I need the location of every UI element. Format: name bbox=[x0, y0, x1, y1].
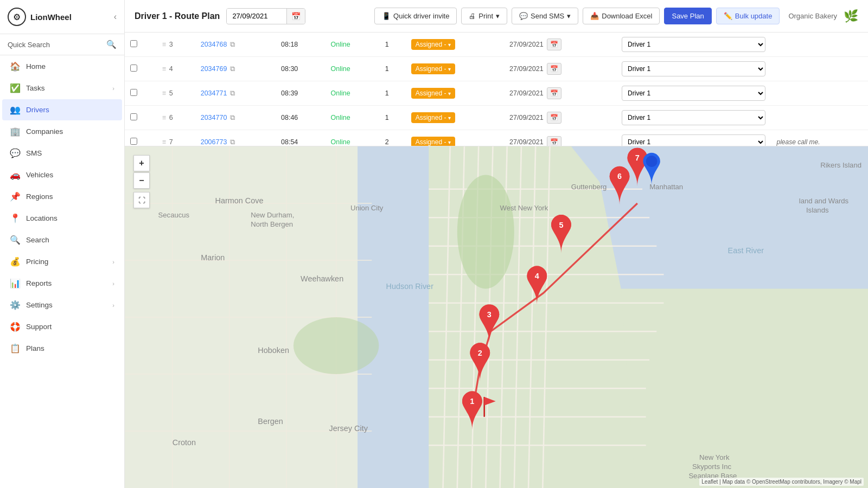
sidebar-item-plans[interactable]: 📋 Plans bbox=[2, 338, 122, 359]
sidebar-item-vehicles[interactable]: 🚗 Vehicles bbox=[2, 164, 122, 185]
task-link[interactable]: 2034770 bbox=[201, 114, 227, 121]
sidebar-label-support: Support bbox=[26, 323, 52, 331]
sidebar-label-tasks: Tasks bbox=[26, 84, 45, 92]
driver-select[interactable]: Driver 1Driver 2Driver 3 bbox=[622, 37, 765, 52]
assigned-badge-cell: Assigned - ▾ bbox=[406, 57, 504, 81]
drag-handle-icon[interactable]: ≡ bbox=[162, 114, 166, 121]
date-edit-button[interactable]: 📅 bbox=[547, 38, 561, 50]
task-link[interactable]: 2034771 bbox=[201, 89, 227, 97]
copy-icon[interactable]: ⧉ bbox=[230, 89, 235, 97]
sidebar-item-reports[interactable]: 📊 Reports › bbox=[2, 273, 122, 294]
svg-text:New Durham,: New Durham, bbox=[251, 211, 294, 219]
sidebar-label-companies: Companies bbox=[26, 127, 63, 136]
badge-dropdown-arrow: ▾ bbox=[448, 66, 451, 72]
quick-invite-button[interactable]: 📱 Quick driver invite bbox=[374, 8, 457, 24]
driver-select-wrap: Driver 1Driver 2Driver 3 bbox=[622, 37, 765, 52]
print-button[interactable]: 🖨 Print ▾ bbox=[461, 8, 507, 24]
assigned-badge[interactable]: Assigned - ▾ bbox=[411, 63, 456, 74]
drag-handle-icon[interactable]: ≡ bbox=[162, 65, 166, 73]
task-id-cell: 2034771 ⧉ bbox=[195, 81, 276, 106]
save-plan-button[interactable]: Save Plan bbox=[664, 8, 711, 24]
sidebar-item-settings[interactable]: ⚙️ Settings › bbox=[2, 294, 122, 316]
task-link[interactable]: 2034769 bbox=[201, 65, 227, 73]
task-date-cell: 27/09/2021 📅 bbox=[504, 33, 616, 57]
date-edit-button[interactable]: 📅 bbox=[547, 136, 561, 146]
svg-text:land and Wards: land and Wards bbox=[799, 197, 849, 205]
driver-select-cell: Driver 1Driver 2Driver 3 bbox=[616, 130, 771, 147]
svg-text:7: 7 bbox=[635, 153, 640, 162]
map-svg: Hudson River East River Harmon Cove Mari… bbox=[125, 146, 868, 488]
sidebar-item-search[interactable]: 🔍 Search bbox=[2, 229, 122, 251]
driver-select[interactable]: Driver 1Driver 2Driver 3 bbox=[622, 135, 765, 146]
app-name: LionWheel bbox=[30, 12, 72, 22]
tasks-icon: ✅ bbox=[10, 83, 21, 93]
assigned-badge[interactable]: Assigned - ▾ bbox=[411, 137, 456, 146]
task-qty-cell: 1 bbox=[380, 33, 406, 57]
row-checkbox[interactable] bbox=[130, 138, 137, 145]
driver-select-cell: Driver 1Driver 2Driver 3 bbox=[616, 33, 771, 57]
copy-icon[interactable]: ⧉ bbox=[230, 114, 235, 121]
drag-handle-icon[interactable]: ≡ bbox=[162, 138, 166, 146]
driver-select[interactable]: Driver 1Driver 2Driver 3 bbox=[622, 111, 765, 125]
org-name: Organic Bakery bbox=[788, 12, 837, 20]
driver-select[interactable]: Driver 1Driver 2Driver 3 bbox=[622, 62, 765, 76]
table-row: ≡ 7 2006773 ⧉ 08:54 Online 2 Assigned - … bbox=[125, 130, 868, 147]
date-edit-button[interactable]: 📅 bbox=[547, 112, 561, 124]
sidebar-item-regions[interactable]: 📌 Regions bbox=[2, 186, 122, 207]
sidebar-item-sms[interactable]: 💬 SMS bbox=[2, 143, 122, 164]
fullscreen-button[interactable]: ⛶ bbox=[133, 192, 150, 208]
sidebar-item-locations[interactable]: 📍 Locations bbox=[2, 208, 122, 229]
svg-text:North Bergen: North Bergen bbox=[251, 220, 293, 228]
quick-search-bar[interactable]: Quick Search 🔍 bbox=[0, 34, 124, 55]
route-table-area: ≡ 3 2034768 ⧉ 08:18 Online 1 Assigned - … bbox=[125, 33, 868, 146]
assigned-badge[interactable]: Assigned - ▾ bbox=[411, 112, 456, 123]
svg-text:East River: East River bbox=[728, 246, 764, 255]
mobile-icon: 📱 bbox=[382, 12, 391, 20]
support-icon: 🛟 bbox=[10, 322, 21, 332]
sidebar-item-companies[interactable]: 🏢 Companies bbox=[2, 121, 122, 142]
copy-icon[interactable]: ⧉ bbox=[230, 65, 235, 73]
task-link[interactable]: 2034768 bbox=[201, 41, 227, 48]
calendar-button[interactable]: 📅 bbox=[286, 9, 305, 24]
date-input[interactable] bbox=[227, 9, 286, 23]
copy-icon[interactable]: ⧉ bbox=[230, 138, 235, 146]
zoom-out-button[interactable]: − bbox=[133, 172, 150, 189]
send-sms-button[interactable]: 💬 Send SMS ▾ bbox=[512, 8, 578, 24]
drag-handle-icon[interactable]: ≡ bbox=[162, 41, 166, 48]
drag-handle-icon[interactable]: ≡ bbox=[162, 89, 166, 97]
main-area: Driver 1 - Route Plan 📅 📱 Quick driver i… bbox=[125, 0, 868, 488]
sidebar-label-pricing: Pricing bbox=[26, 258, 48, 266]
chevron-right-icon-pricing: › bbox=[112, 259, 114, 265]
task-date-cell: 27/09/2021 📅 bbox=[504, 106, 616, 130]
collapse-button[interactable]: ‹ bbox=[114, 12, 117, 22]
nav-item-left-sms: 💬 SMS bbox=[10, 148, 42, 158]
svg-text:6: 6 bbox=[617, 172, 622, 181]
date-edit-button[interactable]: 📅 bbox=[547, 87, 561, 99]
sidebar-item-drivers[interactable]: 👥 Drivers bbox=[2, 99, 122, 120]
nav-item-left-drivers: 👥 Drivers bbox=[10, 105, 49, 115]
task-time-cell: 08:46 bbox=[276, 106, 325, 130]
zoom-in-button[interactable]: + bbox=[133, 155, 150, 171]
row-checkbox[interactable] bbox=[130, 113, 137, 120]
sidebar-item-pricing[interactable]: 💰 Pricing › bbox=[2, 251, 122, 272]
sidebar-item-tasks[interactable]: ✅ Tasks › bbox=[2, 78, 122, 99]
pricing-icon: 💰 bbox=[10, 256, 21, 267]
driver-select[interactable]: Driver 1Driver 2Driver 3 bbox=[622, 86, 765, 100]
logo-area: ⚙ LionWheel bbox=[8, 8, 72, 26]
date-edit-button[interactable]: 📅 bbox=[547, 63, 561, 75]
svg-text:Hoboken: Hoboken bbox=[258, 346, 289, 355]
assigned-badge[interactable]: Assigned - ▾ bbox=[411, 39, 456, 50]
copy-icon[interactable]: ⧉ bbox=[230, 41, 235, 48]
companies-icon: 🏢 bbox=[10, 126, 21, 137]
assigned-badge[interactable]: Assigned - ▾ bbox=[411, 88, 456, 99]
sidebar-item-support[interactable]: 🛟 Support bbox=[2, 316, 122, 337]
note-cell: please call me. bbox=[771, 130, 868, 147]
row-checkbox[interactable] bbox=[130, 40, 137, 47]
row-checkbox[interactable] bbox=[130, 65, 137, 72]
sidebar-item-home[interactable]: 🏠 Home bbox=[2, 56, 122, 77]
task-link[interactable]: 2006773 bbox=[201, 138, 227, 146]
bulk-update-button[interactable]: ✏️ Bulk update bbox=[716, 8, 780, 24]
download-excel-button[interactable]: 📥 Download Excel bbox=[583, 8, 660, 24]
sidebar-label-settings: Settings bbox=[26, 301, 53, 309]
row-checkbox[interactable] bbox=[130, 89, 137, 96]
